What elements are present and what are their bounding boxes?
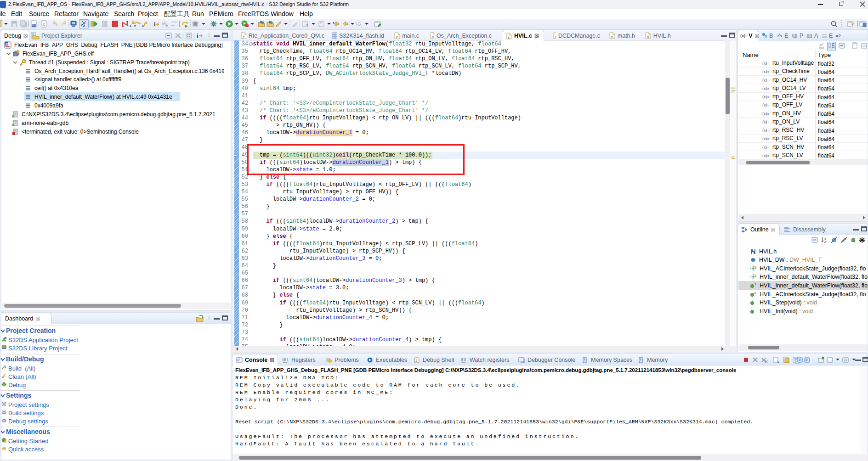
svg-text:(x)=: (x)= [762, 95, 770, 99]
svg-text:PE: PE [6, 43, 9, 45]
svg-text:(x)=: (x)= [762, 61, 770, 65]
svg-text:(x)=: (x)= [762, 78, 770, 82]
svg-text:c: c [432, 35, 434, 39]
svg-text:s: s [755, 265, 756, 269]
svg-text:s: s [755, 274, 756, 277]
svg-text:(x)=: (x)= [762, 153, 770, 157]
svg-text:(x)=: (x)= [762, 128, 770, 132]
svg-text:C: C [43, 22, 45, 27]
svg-text:(x)=: (x)= [762, 112, 770, 116]
svg-text:i: i [154, 21, 156, 28]
svg-text:c: c [555, 35, 556, 39]
svg-text:J: J [415, 359, 417, 363]
svg-text:c: c [243, 35, 244, 39]
svg-text:(x)=: (x)= [762, 120, 770, 124]
svg-text:h: h [647, 35, 649, 39]
svg-text:s: s [755, 282, 756, 286]
svg-text:010: 010 [32, 24, 36, 27]
svg-text:(x)=: (x)= [762, 86, 770, 90]
svg-text:(x)=: (x)= [762, 145, 770, 149]
svg-text:(x)=: (x)= [762, 136, 770, 141]
svg-text:(x)=: (x)= [762, 69, 770, 73]
svg-text:c: c [396, 35, 398, 39]
svg-text:(x)=: (x)= [762, 103, 770, 107]
svg-text:h: h [611, 35, 613, 39]
svg-text:c: c [508, 35, 510, 39]
svg-text:z: z [824, 240, 826, 243]
svg-text:i: i [197, 33, 199, 39]
svg-text:s: s [755, 291, 756, 294]
svg-text:a: a [824, 237, 826, 240]
